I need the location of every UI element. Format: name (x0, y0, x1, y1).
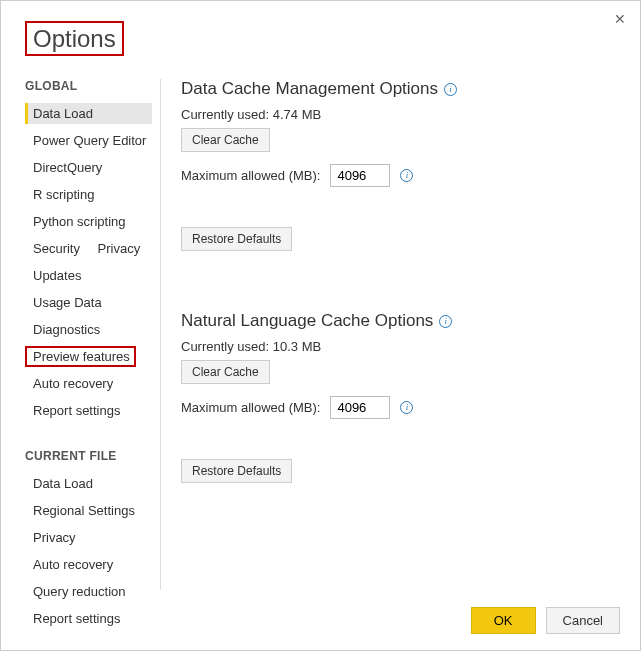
sidebar-item-cf-report-settings[interactable]: Report settings (25, 608, 126, 629)
sidebar-item-r-scripting[interactable]: R scripting (25, 184, 100, 205)
clear-cache-button[interactable]: Clear Cache (181, 128, 270, 152)
dialog-footer: OK Cancel (471, 607, 620, 634)
section2-max-input[interactable] (330, 396, 390, 419)
section2-title-row: Natural Language Cache Options i (181, 311, 620, 331)
section1-used: Currently used: 4.74 MB (181, 107, 620, 122)
sidebar-item-cf-data-load[interactable]: Data Load (25, 473, 99, 494)
sidebar-item-preview-features[interactable]: Preview features (25, 346, 136, 367)
section2-used: Currently used: 10.3 MB (181, 339, 620, 354)
restore-defaults-button[interactable]: Restore Defaults (181, 227, 292, 251)
close-icon[interactable]: ✕ (614, 11, 626, 27)
sidebar-item-cf-privacy[interactable]: Privacy (25, 527, 82, 548)
sidebar-item-cf-regional-settings[interactable]: Regional Settings (25, 500, 141, 521)
sidebar-item-privacy[interactable]: Privacy (90, 238, 147, 259)
info-icon[interactable]: i (439, 315, 452, 328)
sidebar-item-auto-recovery[interactable]: Auto recovery (25, 373, 119, 394)
clear-cache-button-2[interactable]: Clear Cache (181, 360, 270, 384)
section1-max-input[interactable] (330, 164, 390, 187)
sidebar-item-cf-auto-recovery[interactable]: Auto recovery (25, 554, 119, 575)
sidebar-group-global: GLOBAL (25, 79, 160, 93)
sidebar: GLOBAL Data Load Power Query Editor Dire… (25, 79, 161, 590)
section1-max-label: Maximum allowed (MB): (181, 168, 320, 183)
sidebar-item-python-scripting[interactable]: Python scripting (25, 211, 132, 232)
section2-max-label: Maximum allowed (MB): (181, 400, 320, 415)
info-icon[interactable]: i (444, 83, 457, 96)
cancel-button[interactable]: Cancel (546, 607, 620, 634)
sidebar-item-updates[interactable]: Updates (25, 265, 87, 286)
sidebar-item-diagnostics[interactable]: Diagnostics (25, 319, 106, 340)
section1-title-row: Data Cache Management Options i (181, 79, 620, 99)
sidebar-item-cf-query-reduction[interactable]: Query reduction (25, 581, 132, 602)
section2-title: Natural Language Cache Options (181, 311, 433, 331)
restore-defaults-button-2[interactable]: Restore Defaults (181, 459, 292, 483)
sidebar-item-data-load[interactable]: Data Load (25, 103, 152, 124)
sidebar-item-usage-data[interactable]: Usage Data (25, 292, 108, 313)
sidebar-item-report-settings[interactable]: Report settings (25, 400, 126, 421)
sidebar-item-security[interactable]: Security (25, 238, 86, 259)
info-icon[interactable]: i (400, 169, 413, 182)
page-title: Options (25, 21, 124, 56)
sidebar-item-power-query-editor[interactable]: Power Query Editor (25, 130, 152, 151)
sidebar-item-directquery[interactable]: DirectQuery (25, 157, 108, 178)
section1-title: Data Cache Management Options (181, 79, 438, 99)
ok-button[interactable]: OK (471, 607, 536, 634)
sidebar-group-current-file: CURRENT FILE (25, 449, 160, 463)
main-panel: Data Cache Management Options i Currentl… (161, 79, 620, 590)
info-icon[interactable]: i (400, 401, 413, 414)
